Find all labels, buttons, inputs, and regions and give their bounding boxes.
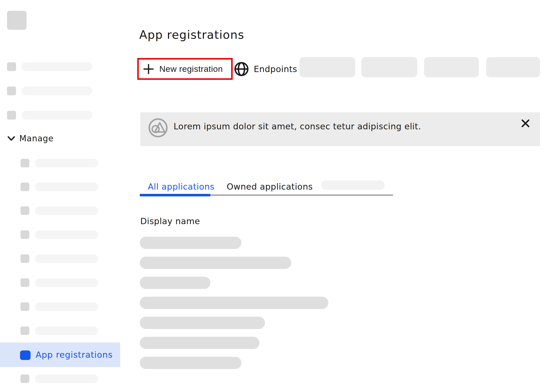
- endpoints-label: Endpoints: [254, 64, 297, 74]
- app-row-placeholder[interactable]: [140, 317, 265, 329]
- globe-icon: [234, 61, 249, 77]
- sidebar-item-app-registrations[interactable]: App registrations: [0, 342, 120, 367]
- nav-icon-placeholder: [21, 230, 29, 239]
- info-banner: Lorem ipsum dolor sit amet, consec tetur…: [140, 112, 540, 146]
- nav-label-placeholder: [22, 111, 92, 120]
- nav-icon-placeholder: [21, 254, 29, 263]
- nav-icon-placeholder: [21, 374, 29, 383]
- new-registration-annotation-highlight: New registration: [137, 58, 233, 80]
- app-row-placeholder[interactable]: [140, 237, 241, 249]
- sidebar-section-manage[interactable]: Manage: [8, 134, 54, 143]
- chevron-down-icon: [8, 136, 15, 142]
- nav-label-placeholder: [35, 230, 98, 239]
- nav-icon-placeholder: [21, 183, 29, 191]
- column-header-display-name: Display name: [140, 216, 200, 226]
- nav-label-placeholder: [35, 159, 98, 167]
- nav-icon-placeholder: [7, 87, 16, 95]
- nav-label-placeholder: [35, 183, 98, 191]
- toolbar-button-placeholder[interactable]: [300, 57, 355, 77]
- toolbar-button-placeholder[interactable]: [486, 57, 540, 77]
- toolbar-button-placeholder[interactable]: [424, 57, 479, 77]
- nav-label-placeholder: [35, 254, 98, 263]
- active-tab-underline: [140, 194, 210, 196]
- app-row-placeholder[interactable]: [140, 297, 328, 309]
- nav-label-placeholder: [22, 62, 92, 71]
- nav-icon-placeholder: [21, 302, 29, 311]
- tab-track-line: [210, 194, 393, 196]
- toolbar-button-placeholder[interactable]: [361, 57, 417, 77]
- tab-all-applications[interactable]: All applications: [148, 182, 214, 192]
- nav-icon-placeholder: [7, 111, 16, 120]
- new-registration-button[interactable]: New registration: [139, 60, 231, 78]
- tab-owned-applications[interactable]: Owned applications: [227, 182, 313, 192]
- nav-icon-placeholder: [21, 278, 29, 287]
- nav-label-placeholder: [35, 206, 98, 215]
- nav-icon-placeholder: [7, 62, 16, 71]
- app-registrations-icon: [20, 350, 31, 360]
- manage-section-label: Manage: [19, 134, 54, 143]
- nav-label-placeholder: [35, 374, 98, 383]
- app-row-placeholder[interactable]: [140, 357, 241, 369]
- nav-label-placeholder: [35, 278, 98, 287]
- sidebar-item-label: App registrations: [36, 342, 113, 367]
- nav-label-placeholder: [35, 326, 98, 335]
- banner-message: Lorem ipsum dolor sit amet, consec tetur…: [174, 112, 421, 140]
- tab-placeholder[interactable]: [321, 180, 385, 190]
- page-title: App registrations: [139, 28, 244, 42]
- nav-label-placeholder: [35, 302, 98, 311]
- app-row-placeholder[interactable]: [140, 257, 291, 269]
- endpoints-button[interactable]: Endpoints: [234, 58, 297, 80]
- nav-icon-placeholder: [21, 159, 29, 167]
- nav-label-placeholder: [22, 87, 92, 95]
- nav-icon-placeholder: [21, 206, 29, 215]
- app-row-placeholder[interactable]: [140, 337, 259, 349]
- app-row-placeholder[interactable]: [140, 277, 210, 289]
- close-icon: [521, 119, 530, 128]
- plus-icon: [143, 64, 154, 74]
- shapes-logo-icon: [148, 118, 168, 138]
- nav-icon-placeholder: [21, 326, 29, 335]
- app-registrations-page: Manage App registrations App registratio…: [0, 0, 545, 392]
- new-registration-label: New registration: [159, 64, 223, 74]
- app-logo-placeholder: [7, 11, 27, 30]
- banner-close-button[interactable]: [520, 118, 531, 129]
